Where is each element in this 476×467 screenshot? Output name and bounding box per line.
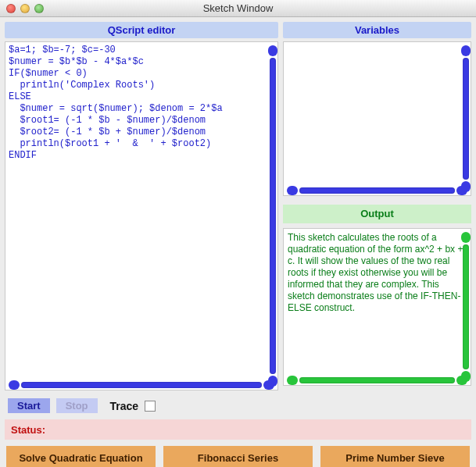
output-panel: This sketch calculates the roots of a qu… bbox=[283, 228, 471, 386]
editor-h-scrollbar[interactable] bbox=[9, 380, 274, 390]
editor-textarea[interactable]: $a=1; $b=-7; $c=-30 $numer = $b*$b - 4*$… bbox=[5, 41, 278, 390]
prime-sieve-button[interactable]: Prime Number Sieve bbox=[320, 446, 470, 467]
traffic-lights bbox=[6, 4, 44, 13]
output-v-scrollbar[interactable] bbox=[461, 232, 471, 382]
output-text: This sketch calculates the roots of a qu… bbox=[288, 232, 463, 313]
variables-h-scrollbar[interactable] bbox=[287, 186, 467, 195]
close-icon[interactable] bbox=[6, 4, 16, 13]
status-label: Status: bbox=[11, 424, 45, 436]
variables-header: Variables bbox=[283, 22, 471, 38]
variables-panel bbox=[283, 41, 471, 196]
start-button[interactable]: Start bbox=[8, 398, 50, 413]
variables-v-scrollbar[interactable] bbox=[461, 45, 471, 192]
stop-button: Stop bbox=[56, 398, 98, 413]
trace-checkbox[interactable] bbox=[145, 401, 156, 412]
window-title: Sketch Window bbox=[0, 2, 476, 14]
output-header: Output bbox=[283, 205, 471, 223]
editor-v-scrollbar[interactable] bbox=[268, 45, 277, 387]
maximize-icon[interactable] bbox=[34, 4, 44, 13]
window-titlebar: Sketch Window bbox=[0, 0, 476, 17]
fibonacci-button[interactable]: Fibonacci Series bbox=[163, 446, 313, 467]
status-bar: Status: bbox=[5, 419, 471, 440]
trace-label: Trace bbox=[110, 400, 139, 412]
editor-header: QScript editor bbox=[5, 22, 278, 38]
output-h-scrollbar[interactable] bbox=[287, 376, 467, 385]
solve-quadratic-button[interactable]: Solve Quadratic Equation bbox=[6, 446, 156, 467]
editor-code: $a=1; $b=-7; $c=-30 $numer = $b*$b - 4*$… bbox=[9, 45, 223, 161]
minimize-icon[interactable] bbox=[20, 4, 30, 13]
